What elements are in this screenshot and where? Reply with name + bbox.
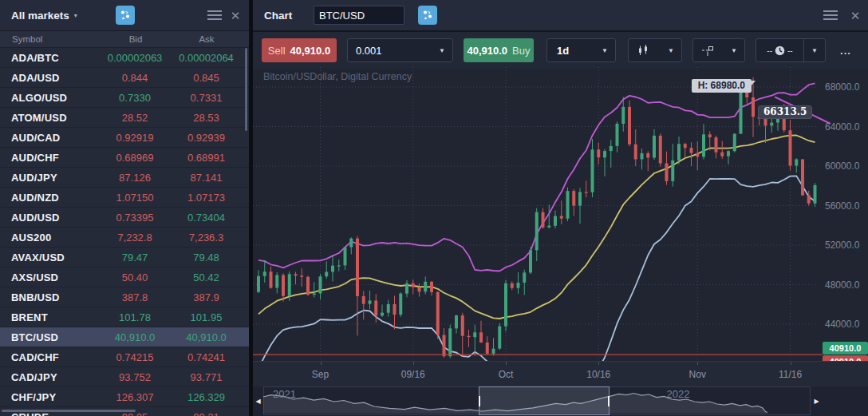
market-row-aud-usd[interactable]: AUD/USD0.733950.73404 bbox=[0, 208, 249, 228]
timeframe-select[interactable]: 1d ▼ bbox=[546, 38, 616, 62]
market-bid: 0.73395 bbox=[95, 212, 175, 224]
market-ask: 0.92939 bbox=[175, 132, 249, 144]
menu-icon[interactable] bbox=[820, 0, 841, 30]
x-axis-label: Nov bbox=[673, 369, 721, 380]
market-row-aud-cad[interactable]: AUD/CAD0.929190.92939 bbox=[0, 128, 249, 148]
crosshair-icon bbox=[701, 44, 714, 57]
market-row-aud-nzd[interactable]: AUD/NZD1.071501.07173 bbox=[0, 188, 249, 208]
close-icon[interactable]: ✕ bbox=[845, 0, 866, 30]
buy-button[interactable]: 40,910.0 Buy bbox=[464, 38, 534, 62]
market-symbol: ADA/BTC bbox=[0, 52, 95, 64]
chart-toolbar: Sell 40,910.0 0.001 ▼ 40,910.0 Buy 1d ▼ … bbox=[253, 32, 868, 69]
high-price-label: H: 68980.0 bbox=[692, 79, 752, 93]
market-bid: 0.00002063 bbox=[95, 52, 175, 64]
market-row-aus200[interactable]: AUS2007,232.87,236.3 bbox=[0, 228, 249, 248]
market-ask: 0.845 bbox=[175, 72, 249, 84]
chart-type-select[interactable]: ▼ bbox=[628, 38, 682, 62]
trading-app: All markets ▾ ✕ Symbol Bid Ask ADA/BTC0.… bbox=[0, 0, 868, 416]
clock-icon: -- -- bbox=[756, 39, 804, 61]
sell-button[interactable]: Sell 40,910.0 bbox=[262, 38, 337, 62]
market-bid: 93.752 bbox=[95, 371, 175, 383]
chart-panel: Chart ✕ Sell 40,910.0 0.001 ▼ 40,910.0 bbox=[253, 0, 868, 416]
market-row-aud-chf[interactable]: AUD/CHF0.689690.68991 bbox=[0, 148, 249, 168]
crosshair-select[interactable]: ▼ bbox=[692, 38, 745, 62]
market-symbol: AUD/CHF bbox=[0, 152, 95, 164]
nav-handle-left[interactable] bbox=[479, 396, 480, 406]
market-row-algo-usd[interactable]: ALGO/USD0.73300.7331 bbox=[0, 88, 249, 108]
x-axis-tick bbox=[697, 362, 698, 365]
market-symbol: BTC/USD bbox=[0, 331, 95, 343]
plot-area[interactable]: 68000.064000.060000.056000.052000.048000… bbox=[253, 67, 868, 361]
market-row-cad-jpy[interactable]: CAD/JPY93.75293.771 bbox=[0, 367, 249, 387]
x-axis-label: 10/16 bbox=[574, 369, 622, 380]
market-row-avax-usd[interactable]: AVAX/USD79.4779.48 bbox=[0, 248, 249, 267]
session-clock-select[interactable]: -- -- ▼ bbox=[756, 38, 826, 62]
market-row-atom-usd[interactable]: ATOM/USD28.5228.53 bbox=[0, 108, 249, 128]
quantity-select[interactable]: 0.001 ▼ bbox=[347, 38, 453, 62]
market-ask: 79.48 bbox=[175, 252, 249, 263]
x-axis-label: 09/16 bbox=[389, 369, 437, 380]
market-bid: 0.844 bbox=[95, 72, 175, 84]
nav-handle-right[interactable] bbox=[608, 396, 610, 406]
chevron-down-icon: ▼ bbox=[731, 47, 737, 54]
market-bid: 0.74215 bbox=[95, 351, 175, 363]
column-symbol: Symbol bbox=[0, 34, 96, 44]
market-ask: 387.9 bbox=[175, 291, 249, 303]
market-row-btc-usd[interactable]: BTC/USD40,910.040,910.0 bbox=[0, 327, 249, 347]
link-group-icon[interactable] bbox=[116, 6, 135, 25]
x-axis-tick bbox=[598, 362, 599, 365]
nav-right-arrow-icon[interactable]: ▶ bbox=[811, 386, 822, 416]
market-row-aud-jpy[interactable]: AUD/JPY87.12687.141 bbox=[0, 168, 249, 188]
chevron-down-icon[interactable]: ▾ bbox=[74, 12, 77, 19]
chart-title: Chart bbox=[264, 10, 292, 22]
nav-window[interactable] bbox=[479, 386, 610, 415]
market-row-cad-chf[interactable]: CAD/CHF0.742150.74241 bbox=[0, 347, 249, 367]
link-group-icon[interactable] bbox=[418, 6, 437, 25]
horizontal-scrollbar[interactable] bbox=[2, 410, 136, 412]
market-ask: 99.31 bbox=[175, 411, 249, 416]
more-button[interactable]: ... bbox=[835, 38, 856, 62]
market-ask: 40,910.0 bbox=[175, 331, 249, 343]
market-ask: 0.00002064 bbox=[175, 52, 249, 64]
market-symbol: ATOM/USD bbox=[0, 112, 95, 124]
svg-text:68000.0: 68000.0 bbox=[825, 81, 860, 93]
chevron-down-icon: ▼ bbox=[439, 47, 445, 54]
svg-text:52000.0: 52000.0 bbox=[825, 240, 860, 251]
close-icon[interactable]: ✕ bbox=[225, 0, 246, 30]
market-ask: 0.74241 bbox=[175, 351, 249, 363]
market-row-chf-jpy[interactable]: CHF/JPY126.307126.329 bbox=[0, 387, 249, 407]
market-symbol: AXS/USD bbox=[0, 271, 95, 283]
market-symbol: AUD/CAD bbox=[0, 132, 95, 144]
vertical-scrollbar[interactable] bbox=[245, 48, 247, 131]
market-symbol: BNB/USD bbox=[0, 291, 95, 303]
candles-series bbox=[257, 77, 817, 359]
markets-title[interactable]: All markets bbox=[11, 10, 69, 22]
sell-price: 40,910.0 bbox=[290, 45, 331, 57]
market-row-ada-usd[interactable]: ADA/USD0.8440.845 bbox=[0, 68, 249, 88]
market-bid: 28.52 bbox=[95, 112, 175, 124]
buy-label: Buy bbox=[512, 45, 530, 57]
column-ask: Ask bbox=[176, 34, 249, 44]
market-row-axs-usd[interactable]: AXS/USD50.4050.42 bbox=[0, 267, 249, 287]
markets-panel: All markets ▾ ✕ Symbol Bid Ask ADA/BTC0.… bbox=[0, 0, 249, 416]
link-dots-icon bbox=[119, 9, 132, 22]
x-axis-label: Sep bbox=[297, 369, 345, 380]
market-row-ada-btc[interactable]: ADA/BTC0.000020630.00002064 bbox=[0, 48, 249, 68]
menu-icon[interactable] bbox=[204, 0, 225, 30]
nav-year-label: 2021 bbox=[273, 388, 296, 400]
market-symbol: ADA/USD bbox=[0, 72, 95, 84]
market-row-brent[interactable]: BRENT101.78101.95 bbox=[0, 307, 249, 327]
market-row-bnb-usd[interactable]: BNB/USD387.8387.9 bbox=[0, 287, 249, 307]
market-bid: 40,910.0 bbox=[95, 331, 175, 343]
more-label: ... bbox=[840, 45, 851, 57]
candlestick-icon bbox=[637, 44, 649, 57]
market-bid: 7,232.8 bbox=[95, 232, 175, 244]
svg-text:60000.0: 60000.0 bbox=[825, 160, 860, 172]
market-bid: 0.68969 bbox=[95, 152, 175, 164]
market-ask: 28.53 bbox=[175, 112, 249, 124]
market-table: ADA/BTC0.000020630.00002064ADA/USD0.8440… bbox=[0, 48, 249, 416]
market-bid: 0.7330 bbox=[95, 92, 175, 104]
chart-panel-header: Chart ✕ bbox=[253, 0, 868, 32]
symbol-input[interactable] bbox=[314, 6, 404, 25]
x-axis-label: 11/16 bbox=[767, 369, 815, 380]
